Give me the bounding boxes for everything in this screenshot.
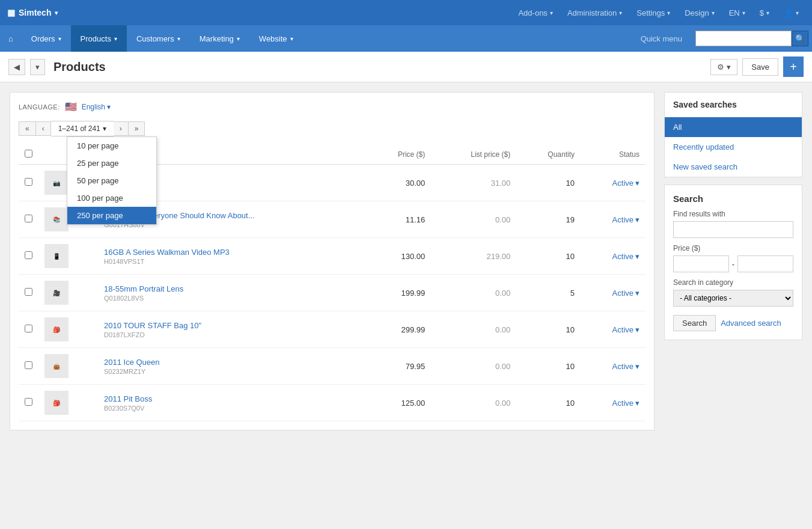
search-button[interactable]: Search xyxy=(673,315,716,331)
top-nav-administration[interactable]: Administration ▾ xyxy=(561,6,628,20)
save-button[interactable]: Save xyxy=(742,58,778,76)
select-all-checkbox[interactable] xyxy=(25,150,32,157)
products-caret: ▾ xyxy=(114,35,117,42)
top-nav-user[interactable]: 👤 ▾ xyxy=(778,6,805,20)
product-list-price: 0.00 xyxy=(431,311,516,348)
nav-website[interactable]: Website ▾ xyxy=(249,25,303,52)
status-caret: ▾ xyxy=(635,362,640,371)
search-side-title: Search xyxy=(673,194,793,204)
orders-caret: ▾ xyxy=(58,35,61,42)
table-row: 🎒2010 TOUR STAFF Bag 10"D0187LXFZO299.99… xyxy=(19,311,646,348)
product-quantity: 10 xyxy=(516,238,581,275)
top-search-input[interactable] xyxy=(695,31,792,46)
advanced-search-button[interactable]: Advanced search xyxy=(721,315,781,331)
top-search-button[interactable]: 🔍 xyxy=(792,31,808,46)
row-checkbox[interactable] xyxy=(25,288,32,296)
row-checkbox[interactable] xyxy=(25,251,32,259)
nav-marketing[interactable]: Marketing ▾ xyxy=(190,25,249,52)
per-page-50[interactable]: 50 per page xyxy=(67,172,156,189)
settings-gear-button[interactable]: ⚙ ▾ xyxy=(710,59,737,75)
category-select[interactable]: - All categories - xyxy=(673,290,793,307)
nav-products[interactable]: Products ▾ xyxy=(71,25,127,52)
back-button[interactable]: ◀ xyxy=(8,59,25,75)
status-badge[interactable]: Active ▾ xyxy=(587,252,640,261)
brand-name: Simtech xyxy=(19,8,51,17)
per-page-100[interactable]: 100 per page xyxy=(67,189,156,207)
first-page-button[interactable]: « xyxy=(19,121,36,136)
price-max-input[interactable] xyxy=(737,255,793,272)
admin-caret: ▾ xyxy=(619,10,622,16)
nav-customers[interactable]: Customers ▾ xyxy=(127,25,190,52)
nav-orders[interactable]: Orders ▾ xyxy=(22,25,71,52)
row-checkbox[interactable] xyxy=(25,215,32,222)
status-badge[interactable]: Active ▾ xyxy=(587,399,640,408)
per-page-10[interactable]: 10 per page xyxy=(67,137,156,154)
product-price: 199.99 xyxy=(366,275,431,311)
next-page-button[interactable]: › xyxy=(114,121,129,136)
product-name-link[interactable]: 2011 Pit Boss xyxy=(104,394,360,403)
product-name-link[interactable]: 2010 TOUR STAFF Bag 10" xyxy=(104,321,360,330)
website-caret: ▾ xyxy=(290,35,293,42)
right-sidebar: Saved searches All Recently updated New … xyxy=(664,92,802,340)
col-status: Status xyxy=(581,145,646,165)
product-quantity: 10 xyxy=(516,311,581,348)
lang-caret: ▾ xyxy=(742,10,745,16)
top-nav-lang[interactable]: EN ▾ xyxy=(723,6,751,20)
page-info-caret: ▾ xyxy=(103,124,106,133)
row-checkbox[interactable] xyxy=(25,325,32,332)
product-price: 11.16 xyxy=(366,201,431,238)
top-nav-addons[interactable]: Add-ons ▾ xyxy=(512,6,558,20)
saved-search-all[interactable]: All xyxy=(665,117,802,137)
price-min-input[interactable] xyxy=(673,255,729,272)
find-results-input[interactable] xyxy=(673,221,793,238)
last-page-button[interactable]: » xyxy=(129,121,145,136)
per-page-250[interactable]: 250 per page xyxy=(67,207,156,224)
top-nav-design[interactable]: Design ▾ xyxy=(679,6,720,20)
product-price: 30.00 xyxy=(366,165,431,201)
top-nav-settings[interactable]: Settings ▾ xyxy=(630,6,676,20)
product-quantity: 19 xyxy=(516,201,581,238)
row-checkbox[interactable] xyxy=(25,361,32,369)
col-quantity: Quantity xyxy=(516,145,581,165)
page-info-button[interactable]: 1–241 of 241 ▾ xyxy=(51,121,114,136)
prev-page-button[interactable]: ‹ xyxy=(36,121,51,136)
add-button[interactable]: + xyxy=(783,57,804,77)
quick-menu-link[interactable]: Quick menu xyxy=(631,25,692,52)
lang-dropdown-caret: ▾ xyxy=(107,103,111,111)
marketing-caret: ▾ xyxy=(237,35,240,42)
row-checkbox[interactable] xyxy=(25,398,32,406)
product-price: 125.00 xyxy=(366,385,431,421)
saved-search-recently-updated[interactable]: Recently updated xyxy=(665,137,802,157)
status-badge[interactable]: Active ▾ xyxy=(587,325,640,334)
status-badge[interactable]: Active ▾ xyxy=(587,289,640,298)
saved-search-new[interactable]: New saved search xyxy=(665,157,802,177)
product-sku: H0148VPS1T xyxy=(104,258,360,265)
grid-icon: ▦ xyxy=(7,8,15,17)
product-name-link[interactable]: 2011 Ice Queen xyxy=(104,358,360,367)
product-price: 299.99 xyxy=(366,311,431,348)
settings-caret: ▾ xyxy=(667,10,670,16)
status-badge[interactable]: Active ▾ xyxy=(587,179,640,188)
status-caret: ▾ xyxy=(635,179,640,188)
nav-home[interactable]: ⌂ xyxy=(0,25,22,52)
status-badge[interactable]: Active ▾ xyxy=(587,215,640,224)
status-badge[interactable]: Active ▾ xyxy=(587,362,640,371)
find-results-label: Find results with xyxy=(673,210,793,218)
product-image: 🎥 xyxy=(44,281,69,305)
product-name-link[interactable]: 16GB A Series Walkman Video MP3 xyxy=(104,248,360,257)
product-list-price: 0.00 xyxy=(431,385,516,421)
product-sku: B0230S7Q0V xyxy=(104,405,360,412)
per-page-25[interactable]: 25 per page xyxy=(67,154,156,172)
page-title: Products xyxy=(53,60,706,74)
top-nav-currency[interactable]: $ ▾ xyxy=(754,6,775,20)
col-price: Price ($) xyxy=(366,145,431,165)
customers-caret: ▾ xyxy=(177,35,180,42)
language-selector[interactable]: English ▾ xyxy=(82,103,111,111)
dropdown-button[interactable]: ▾ xyxy=(30,59,45,75)
brand-logo[interactable]: ▦ Simtech ▾ xyxy=(7,8,58,17)
status-caret: ▾ xyxy=(635,325,640,334)
product-image: 👜 xyxy=(44,354,69,378)
row-checkbox[interactable] xyxy=(25,178,32,186)
product-name-link[interactable]: 18-55mm Portrait Lens xyxy=(104,284,360,293)
product-list-price: 31.00 xyxy=(431,165,516,201)
